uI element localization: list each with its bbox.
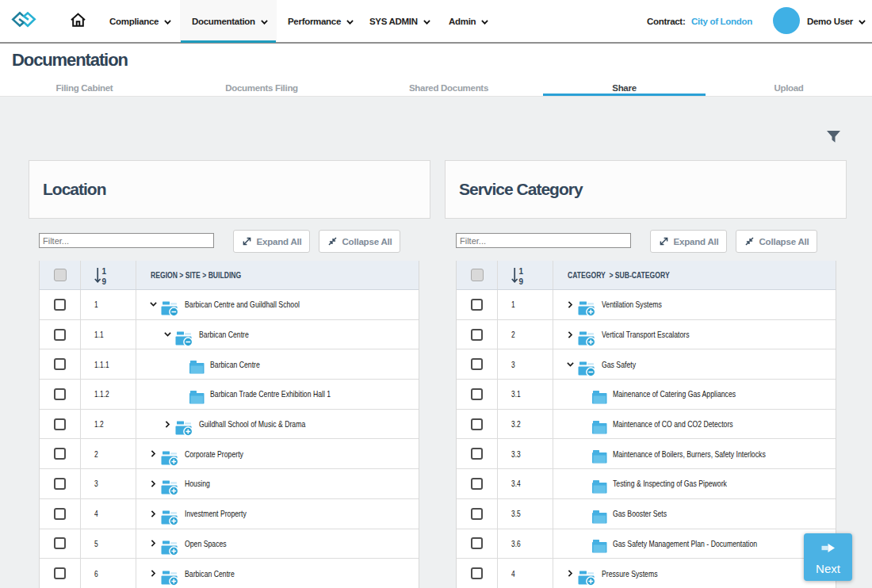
svg-text:9: 9 [102, 277, 107, 285]
svg-text:1: 1 [519, 266, 524, 275]
svg-text:9: 9 [519, 277, 524, 285]
svg-text:1: 1 [102, 266, 107, 275]
